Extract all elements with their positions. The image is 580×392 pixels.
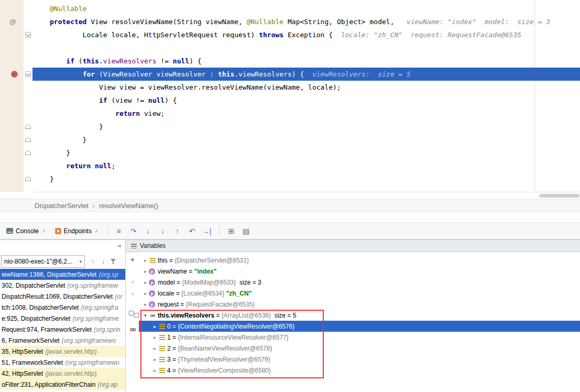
code-line-text[interactable]: } — [32, 120, 580, 133]
move-watch-up-icon[interactable]: ▲ — [129, 279, 136, 284]
gutter-fold-cell[interactable] — [24, 146, 32, 159]
gutter-annotation-cell[interactable] — [0, 2, 24, 15]
gutter-annotation-cell[interactable] — [0, 81, 24, 94]
tab-jump-icon[interactable]: ↗ — [94, 228, 99, 234]
variable-row[interactable]: ▸2 = {BeanNameViewResolver@6578} — [139, 343, 580, 354]
gutter-fold-cell[interactable] — [24, 28, 32, 41]
code-line[interactable] — [0, 41, 580, 55]
force-step-into-icon[interactable]: ↓ — [158, 227, 168, 235]
step-into-icon[interactable]: ↓ — [143, 227, 154, 235]
duplicate-watch-icon[interactable] — [129, 311, 134, 315]
gutter-fold-cell[interactable] — [24, 133, 32, 146]
variable-row[interactable]: ▸0 = {ContentNegotiatingViewResolver@657… — [139, 321, 580, 332]
tree-chevron-icon[interactable]: ▸ — [142, 269, 149, 274]
tree-chevron-icon[interactable]: ▾ — [142, 313, 149, 318]
code-line[interactable]: } — [0, 133, 580, 146]
code-line[interactable]: if (this.viewResolvers != null) { — [0, 55, 580, 68]
gutter-annotation-cell[interactable] — [0, 120, 24, 133]
run-to-cursor-icon[interactable]: →| — [202, 227, 212, 235]
gutter-fold-cell[interactable] — [24, 159, 32, 172]
tab-jump-icon[interactable]: ↗ — [41, 228, 46, 234]
gutter-annotation-cell[interactable] — [0, 107, 24, 120]
next-frame-icon[interactable]: ↓ — [100, 258, 107, 265]
filter-frames-icon[interactable] — [110, 258, 117, 265]
code-line-text[interactable]: } — [32, 146, 580, 159]
gutter-fold-cell[interactable] — [24, 68, 32, 81]
frame-row[interactable]: 51, FrameworkServlet(org.springframewo — [0, 357, 125, 368]
code-line[interactable]: } — [0, 172, 580, 186]
breadcrumb-item-method[interactable]: resolveViewName() — [99, 202, 158, 210]
restore-layout-icon[interactable]: ≡ — [114, 227, 124, 235]
add-watch-icon[interactable]: + — [129, 256, 136, 263]
gutter-annotation-cell[interactable] — [0, 146, 24, 159]
code-line[interactable]: ✓ for (ViewResolver viewResolver : this.… — [0, 68, 580, 81]
frame-row[interactable]: 42, HttpServlet(javax.servlet.http) — [0, 368, 125, 379]
gutter-annotation-cell[interactable] — [0, 172, 24, 186]
frames-menu-icon[interactable]: ⇥ — [116, 243, 121, 249]
variable-row[interactable]: ▸plocale = {Locale@6534} "zh_CN" — [139, 288, 580, 299]
code-line[interactable]: return null; — [0, 159, 580, 172]
variable-row[interactable]: ▾oothis.viewResolvers = {ArrayList@6536}… — [139, 310, 580, 321]
code-line[interactable]: Locale locale, HttpServletRequest reques… — [0, 28, 580, 41]
gutter-fold-cell[interactable] — [24, 55, 32, 68]
previous-frame-icon[interactable]: ↑ — [89, 258, 96, 265]
gutter-fold-cell[interactable] — [24, 41, 32, 55]
fold-end-icon[interactable] — [25, 137, 31, 142]
code-line-text[interactable]: Locale locale, HttpServletRequest reques… — [32, 28, 580, 41]
gutter-annotation-cell[interactable]: ✓ — [0, 68, 24, 81]
editor-horizontal-scrollbar[interactable] — [32, 192, 580, 199]
code-line-text[interactable]: if (view != null) { — [32, 94, 580, 107]
gutter-annotation-cell[interactable] — [0, 133, 24, 146]
code-line-text[interactable]: if (this.viewResolvers != null) { — [32, 55, 580, 68]
variable-row[interactable]: ▸4 = {ViewResolverComposite@6580} — [139, 365, 580, 376]
scrollbar-thumb[interactable] — [539, 194, 579, 198]
variable-row[interactable]: ▸1 = {InternalResourceViewResolver@6577} — [139, 332, 580, 343]
tree-chevron-icon[interactable]: ▸ — [142, 291, 149, 296]
frame-row[interactable]: 6, FrameworkServlet(org.springframewo — [0, 335, 125, 346]
code-line[interactable]: } — [0, 146, 580, 159]
gutter-annotation-cell[interactable] — [0, 94, 24, 107]
code-line-text[interactable] — [32, 41, 580, 55]
code-line-text[interactable]: protected View resolveViewName(String vi… — [32, 15, 580, 28]
gutter-annotation-cell[interactable] — [0, 159, 24, 172]
fold-collapse-icon[interactable] — [25, 32, 31, 38]
gutter-fold-cell[interactable] — [24, 81, 32, 94]
code-line[interactable]: @protected View resolveViewName(String v… — [0, 15, 580, 28]
fold-end-icon[interactable] — [25, 177, 31, 181]
code-line[interactable]: return view; — [0, 107, 580, 120]
annotated-gutter-icon[interactable]: @ — [9, 15, 16, 28]
frame-row[interactable]: tch:1008, DispatcherServlet(org.springfr… — [0, 302, 125, 313]
thread-selector-dropdown[interactable]: nio-8080-exec-1"@6,2... ▾ — [1, 255, 85, 268]
step-over-icon[interactable]: ↷ — [128, 227, 139, 235]
code-line-text[interactable]: return view; — [32, 107, 580, 120]
gutter-fold-cell[interactable] — [24, 2, 32, 15]
frame-row[interactable]: oFilter:231, ApplicationFilterChain(org.… — [0, 379, 125, 390]
variable-row[interactable]: ▸prequest = {RequestFacade@6535} — [139, 299, 580, 310]
frame-row[interactable]: 302, DispatcherServlet(org.springframew — [0, 280, 125, 291]
gutter-fold-cell[interactable] — [24, 15, 32, 28]
code-line-text[interactable]: for (ViewResolver viewResolver : this.vi… — [32, 68, 580, 81]
frame-row[interactable]: Request:974, FrameworkServlet(org.sprin — [0, 324, 125, 335]
show-watches-icon[interactable]: oo — [129, 326, 136, 332]
frame-row[interactable]: e:925, DispatcherServlet(org.springframe — [0, 313, 125, 324]
tree-chevron-icon[interactable]: ▸ — [142, 280, 149, 285]
gutter-fold-cell[interactable] — [24, 172, 32, 186]
tree-chevron-icon[interactable]: ▸ — [151, 357, 158, 362]
code-line-text[interactable]: } — [32, 172, 580, 186]
view-as-table-icon[interactable]: ⊞ — [226, 227, 237, 235]
code-line-text[interactable]: View view = viewResolver.resolveViewName… — [32, 81, 580, 94]
gutter-fold-cell[interactable] — [24, 107, 32, 120]
code-line[interactable]: } — [0, 120, 580, 133]
step-out-icon[interactable]: ↑ — [172, 227, 183, 235]
gutter-annotation-cell[interactable] — [0, 28, 24, 41]
code-line-text[interactable]: return null; — [32, 159, 580, 172]
fold-end-icon[interactable] — [25, 124, 31, 129]
variable-row[interactable]: ▸pviewName = "index" — [139, 266, 580, 277]
code-line[interactable]: @Nullable — [0, 2, 580, 15]
variable-row[interactable]: ▸pmodel = {ModelMap@6533} size = 3 — [139, 277, 580, 288]
fold-collapse-icon[interactable] — [25, 71, 31, 77]
tree-chevron-icon[interactable]: ▸ — [151, 324, 158, 329]
tree-chevron-icon[interactable]: ▸ — [142, 258, 149, 263]
move-watch-down-icon[interactable]: ▼ — [129, 292, 136, 297]
frame-row[interactable]: iewName:1366, DispatcherServlet(org.sp — [0, 269, 125, 280]
